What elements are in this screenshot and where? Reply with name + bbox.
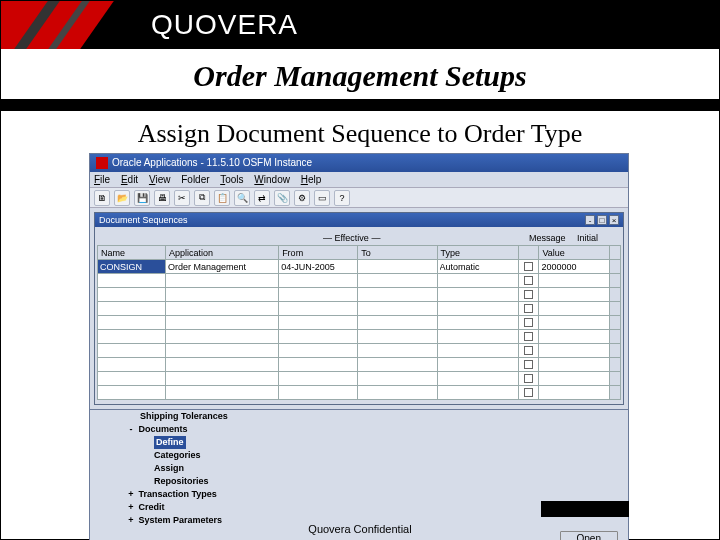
to-cell[interactable] <box>358 330 436 343</box>
tb-open-icon[interactable]: 📂 <box>114 190 130 206</box>
message-checkbox[interactable] <box>519 260 539 274</box>
nav-item[interactable]: + Transaction Types <box>126 488 628 501</box>
to-cell[interactable] <box>358 288 436 301</box>
from-cell[interactable] <box>279 330 357 343</box>
name-cell[interactable] <box>98 316 165 329</box>
name-cell[interactable] <box>98 260 165 273</box>
col-name[interactable]: Name <box>98 246 166 260</box>
name-cell[interactable] <box>98 302 165 315</box>
inner-titlebar[interactable]: Document Sequences - □ × <box>95 213 623 227</box>
message-checkbox[interactable] <box>519 330 539 344</box>
type-cell[interactable] <box>438 386 519 399</box>
from-cell[interactable] <box>279 358 357 371</box>
tb-help-icon[interactable]: ? <box>334 190 350 206</box>
type-cell[interactable] <box>438 344 519 357</box>
from-cell[interactable] <box>279 274 357 287</box>
col-initial[interactable]: Value <box>539 246 609 260</box>
application-cell[interactable] <box>166 372 278 385</box>
application-cell[interactable] <box>166 358 278 371</box>
nav-item[interactable]: Shipping Tolerances <box>126 410 628 423</box>
type-cell[interactable] <box>438 316 519 329</box>
tb-copy-icon[interactable]: ⧉ <box>194 190 210 206</box>
name-cell[interactable] <box>98 274 165 287</box>
name-cell[interactable] <box>98 358 165 371</box>
table-row[interactable] <box>98 302 621 316</box>
tb-tools-icon[interactable]: ⚙ <box>294 190 310 206</box>
table-row[interactable] <box>98 358 621 372</box>
col-type[interactable]: Type <box>437 246 519 260</box>
initial-value-cell[interactable] <box>539 358 608 371</box>
menu-window[interactable]: Window <box>254 174 290 185</box>
tb-new-icon[interactable]: 🗎 <box>94 190 110 206</box>
tb-find-icon[interactable]: 🔍 <box>234 190 250 206</box>
name-cell[interactable] <box>98 344 165 357</box>
nav-item[interactable]: Repositories <box>126 475 628 488</box>
message-checkbox[interactable] <box>519 302 539 316</box>
initial-value-cell[interactable] <box>539 372 608 385</box>
application-cell[interactable] <box>166 344 278 357</box>
to-cell[interactable] <box>358 372 436 385</box>
to-cell[interactable] <box>358 302 436 315</box>
to-cell[interactable] <box>358 274 436 287</box>
initial-value-cell[interactable] <box>539 344 608 357</box>
from-cell[interactable] <box>279 344 357 357</box>
initial-value-cell[interactable] <box>539 316 608 329</box>
tb-folder-icon[interactable]: ▭ <box>314 190 330 206</box>
application-cell[interactable] <box>166 274 278 287</box>
menu-view[interactable]: View <box>149 174 171 185</box>
name-cell[interactable] <box>98 330 165 343</box>
type-cell[interactable] <box>438 288 519 301</box>
application-cell[interactable] <box>166 330 278 343</box>
tb-paste-icon[interactable]: 📋 <box>214 190 230 206</box>
from-cell[interactable] <box>279 372 357 385</box>
message-checkbox[interactable] <box>519 288 539 302</box>
nav-item[interactable]: Categories <box>126 449 628 462</box>
application-cell[interactable] <box>166 260 278 273</box>
to-cell[interactable] <box>358 386 436 399</box>
col-application[interactable]: Application <box>165 246 278 260</box>
menu-folder[interactable]: Folder <box>181 174 209 185</box>
tb-save-icon[interactable]: 💾 <box>134 190 150 206</box>
initial-value-cell[interactable] <box>539 288 608 301</box>
type-cell[interactable] <box>438 274 519 287</box>
table-row[interactable] <box>98 316 621 330</box>
table-row[interactable] <box>98 372 621 386</box>
application-cell[interactable] <box>166 302 278 315</box>
message-checkbox[interactable] <box>519 358 539 372</box>
type-cell[interactable] <box>438 302 519 315</box>
from-cell[interactable] <box>279 386 357 399</box>
col-from[interactable]: From <box>279 246 358 260</box>
to-cell[interactable] <box>358 316 436 329</box>
message-checkbox[interactable] <box>519 344 539 358</box>
close-button[interactable]: × <box>609 215 619 225</box>
name-cell[interactable] <box>98 288 165 301</box>
from-cell[interactable] <box>279 316 357 329</box>
menu-edit[interactable]: Edit <box>121 174 138 185</box>
message-checkbox[interactable] <box>519 274 539 288</box>
application-cell[interactable] <box>166 386 278 399</box>
initial-value-cell[interactable] <box>539 302 608 315</box>
initial-value-cell[interactable] <box>539 330 608 343</box>
message-checkbox[interactable] <box>519 372 539 386</box>
initial-value-cell[interactable] <box>539 274 608 287</box>
application-cell[interactable] <box>166 316 278 329</box>
menu-file[interactable]: File <box>94 174 110 185</box>
from-cell[interactable] <box>279 260 357 273</box>
to-cell[interactable] <box>358 358 436 371</box>
table-row[interactable] <box>98 260 621 274</box>
maximize-button[interactable]: □ <box>597 215 607 225</box>
message-checkbox[interactable] <box>519 316 539 330</box>
nav-item[interactable]: Define <box>126 436 628 449</box>
table-row[interactable] <box>98 330 621 344</box>
type-cell[interactable] <box>438 330 519 343</box>
table-row[interactable] <box>98 344 621 358</box>
menu-help[interactable]: Help <box>301 174 322 185</box>
type-cell[interactable] <box>438 260 519 273</box>
name-cell[interactable] <box>98 372 165 385</box>
nav-item[interactable]: - Documents <box>126 423 628 436</box>
type-cell[interactable] <box>438 372 519 385</box>
table-row[interactable] <box>98 386 621 400</box>
initial-value-cell[interactable] <box>539 386 608 399</box>
tb-attach-icon[interactable]: 📎 <box>274 190 290 206</box>
from-cell[interactable] <box>279 288 357 301</box>
